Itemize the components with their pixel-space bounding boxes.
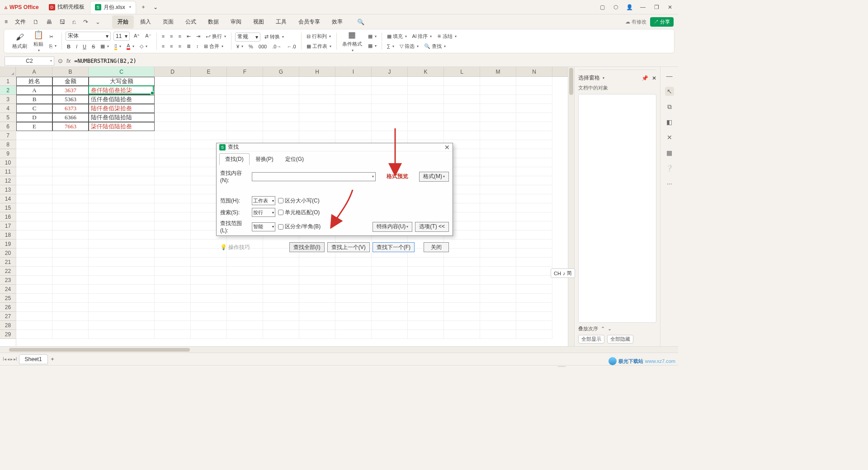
cell-N13[interactable] <box>516 185 552 194</box>
cell-M6[interactable] <box>480 122 516 131</box>
cell-D9[interactable] <box>155 149 191 158</box>
row-header-10[interactable]: 10 <box>0 158 16 167</box>
cell-B3[interactable]: 5363 <box>52 95 89 104</box>
cell-B27[interactable] <box>52 312 89 321</box>
cell-H3[interactable] <box>299 95 335 104</box>
cell-D11[interactable] <box>155 167 191 176</box>
cell-H29[interactable] <box>299 330 335 339</box>
cell-F23[interactable] <box>227 276 263 285</box>
cell-H7[interactable] <box>299 131 335 140</box>
cell-E6[interactable] <box>191 122 227 131</box>
cell-N14[interactable] <box>516 194 552 203</box>
cell-G29[interactable] <box>263 330 299 339</box>
horizontal-scrollbar[interactable] <box>0 346 678 352</box>
cell-I22[interactable] <box>335 267 372 276</box>
cell-B22[interactable] <box>52 267 89 276</box>
col-header-D[interactable]: D <box>155 67 191 76</box>
cell-J24[interactable] <box>372 285 408 294</box>
ribbon-tab-会员专享[interactable]: 会员专享 <box>293 15 326 28</box>
cell-C26[interactable] <box>89 303 155 312</box>
indent-inc-button[interactable]: ⇥ <box>195 33 202 40</box>
cell-M12[interactable] <box>480 176 516 185</box>
percent-button[interactable]: % <box>247 43 255 50</box>
cell-D3[interactable] <box>155 95 191 104</box>
cell-D19[interactable] <box>155 240 191 249</box>
col-header-I[interactable]: I <box>335 67 372 76</box>
cell-K23[interactable] <box>408 276 444 285</box>
cell-B4[interactable]: 6373 <box>52 104 89 113</box>
row-header-19[interactable]: 19 <box>0 240 16 249</box>
bring-forward-icon[interactable]: ⌃ <box>601 326 605 332</box>
cell-B10[interactable] <box>52 158 89 167</box>
cell-G2[interactable] <box>263 86 299 95</box>
cell-A25[interactable] <box>16 294 52 303</box>
cell-A17[interactable] <box>16 221 52 230</box>
font-color-button[interactable]: A <box>125 42 135 51</box>
document-tab[interactable]: S 月份.xlsx • <box>90 1 136 14</box>
name-box[interactable]: C2 <box>5 56 54 66</box>
col-header-E[interactable]: E <box>191 67 227 76</box>
cell-H28[interactable] <box>299 321 335 330</box>
cell-A14[interactable] <box>16 194 52 203</box>
cell-C2[interactable]: 叁仟陆佰叁拾柒 <box>89 86 155 95</box>
cell-H22[interactable] <box>299 267 335 276</box>
strike-button[interactable]: S <box>90 43 96 50</box>
cell-L1[interactable] <box>444 77 480 86</box>
format-brush-button[interactable]: 🖌格式刷 <box>10 32 29 51</box>
col-header-M[interactable]: M <box>480 67 516 76</box>
cell-A29[interactable] <box>16 330 52 339</box>
cell-N24[interactable] <box>516 285 552 294</box>
more-icon[interactable]: ··· <box>665 179 674 188</box>
cell-M22[interactable] <box>480 267 516 276</box>
cell-G21[interactable] <box>263 258 299 267</box>
show-all-button[interactable]: 全部显示 <box>578 335 604 343</box>
cell-M19[interactable] <box>480 240 516 249</box>
cell-M24[interactable] <box>480 285 516 294</box>
align-middle-button[interactable]: ≡ <box>169 33 174 40</box>
cell-L29[interactable] <box>444 330 480 339</box>
cell-N16[interactable] <box>516 212 552 221</box>
cell-K27[interactable] <box>408 312 444 321</box>
cell-F2[interactable] <box>227 86 263 95</box>
find-all-button[interactable]: 查找全部(I) <box>289 242 324 252</box>
cell-K4[interactable] <box>408 104 444 113</box>
orientation-button[interactable]: ↕ <box>195 42 200 50</box>
cell-E23[interactable] <box>191 276 227 285</box>
maximize-button[interactable]: ❐ <box>653 4 660 11</box>
cell-D8[interactable] <box>155 140 191 149</box>
cell-L28[interactable] <box>444 321 480 330</box>
cell-B15[interactable] <box>52 203 89 212</box>
cell-D4[interactable] <box>155 104 191 113</box>
row-header-28[interactable]: 28 <box>0 321 16 330</box>
cell-D6[interactable] <box>155 122 191 131</box>
layout-icon[interactable]: ◧ <box>665 118 674 127</box>
save-icon[interactable]: 🗋 <box>30 17 42 27</box>
row-header-13[interactable]: 13 <box>0 185 16 194</box>
cell-I5[interactable] <box>335 113 372 122</box>
cell-H25[interactable] <box>299 294 335 303</box>
cell-N23[interactable] <box>516 276 552 285</box>
cell-N8[interactable] <box>516 140 552 149</box>
fill-button[interactable]: ▦ 填充 <box>386 32 408 41</box>
format-button[interactable]: 格式(M) <box>419 172 449 182</box>
cell-A23[interactable] <box>16 276 52 285</box>
cell-N7[interactable] <box>516 131 552 140</box>
cell-I4[interactable] <box>335 104 372 113</box>
select-all-button[interactable] <box>0 67 16 77</box>
cell-L22[interactable] <box>444 267 480 276</box>
cell-F25[interactable] <box>227 294 263 303</box>
cell-C8[interactable] <box>89 140 155 149</box>
cell-D29[interactable] <box>155 330 191 339</box>
restore-down-icon[interactable]: ▢ <box>599 4 606 11</box>
dialog-titlebar[interactable]: S 查找 ✕ <box>217 143 453 151</box>
cell-C25[interactable] <box>89 294 155 303</box>
comma-button[interactable]: 000 <box>257 43 268 50</box>
dialog-tab-find[interactable]: 查找(D) <box>219 153 250 165</box>
row-header-29[interactable]: 29 <box>0 330 16 339</box>
currency-button[interactable]: ¥ <box>235 43 245 50</box>
cell-I1[interactable] <box>335 77 372 86</box>
cell-A21[interactable] <box>16 258 52 267</box>
row-header-20[interactable]: 20 <box>0 249 16 258</box>
dialog-close-button-2[interactable]: 关闭 <box>424 242 449 252</box>
cell-E4[interactable] <box>191 104 227 113</box>
